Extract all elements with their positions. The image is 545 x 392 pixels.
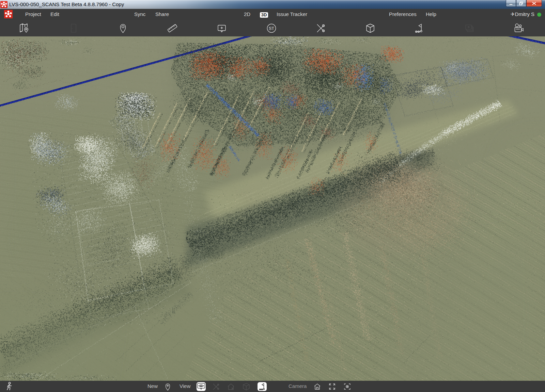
svg-text:ST: ST (269, 26, 274, 31)
